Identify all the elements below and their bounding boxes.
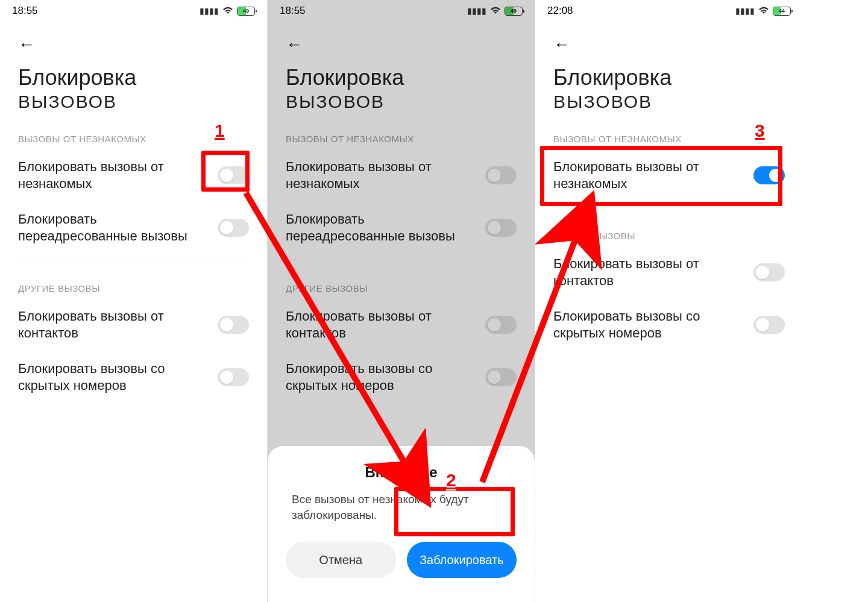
toggle-block-hidden[interactable] — [218, 368, 249, 386]
wifi-icon — [222, 6, 233, 16]
toggle-block-strangers[interactable] — [218, 166, 249, 184]
dialog-title: Внимание — [280, 464, 523, 481]
divider — [553, 207, 785, 208]
setting-block-contacts[interactable]: Блокировать вызовы от контактов — [0, 298, 267, 351]
battery-icon: 49 — [237, 7, 255, 16]
title-line2: вызовов — [553, 92, 785, 112]
confirm-button[interactable]: Заблокировать — [407, 542, 517, 578]
setting-block-strangers[interactable]: Блокировать вызовы от незнакомых — [535, 149, 803, 201]
page-title: Блокировка вызовов — [0, 54, 267, 117]
setting-label: Блокировать вызовы от контактов — [18, 308, 218, 341]
divider — [18, 260, 249, 260]
signal-icon: ▮▮▮▮ — [735, 6, 755, 16]
toggle-block-strangers[interactable] — [753, 166, 785, 184]
phone-screen-1: 18:55 ▮▮▮▮ 49 ← Блокировка вызовов ВЫЗОВ… — [0, 0, 268, 602]
section-header-strangers: ВЫЗОВЫ ОТ НЕЗНАКОМЫХ — [535, 117, 803, 149]
back-arrow-icon[interactable]: ← — [553, 35, 570, 54]
section-header-other: ДРУГИЕ ВЫЗОВЫ — [535, 214, 803, 246]
setting-label: Блокировать вызовы от контактов — [553, 256, 753, 289]
setting-block-forwarded[interactable]: Блокировать переадресованные вызовы — [0, 201, 267, 254]
toggle-block-hidden[interactable] — [753, 316, 785, 334]
signal-icon: ▮▮▮▮ — [200, 6, 219, 16]
setting-label: Блокировать вызовы со скрытых номеров — [553, 308, 753, 341]
setting-label: Блокировать вызовы от незнакомых — [18, 158, 218, 192]
back-arrow-icon[interactable]: ← — [18, 35, 35, 54]
dialog-message: Все вызовы от незнакомых будут заблокиро… — [280, 492, 523, 542]
toggle-block-contacts[interactable] — [218, 316, 249, 334]
status-time: 22:08 — [547, 5, 573, 17]
status-bar: 22:08 ▮▮▮▮ 44 — [535, 0, 803, 22]
battery-icon: 44 — [773, 7, 791, 16]
phone-screen-2: 18:55 ▮▮▮▮ 49 ← Блокировка вызовов ВЫЗОВ… — [268, 0, 535, 602]
section-header-strangers: ВЫЗОВЫ ОТ НЕЗНАКОМЫХ — [0, 117, 267, 149]
confirm-button-label: Заблокировать — [420, 553, 504, 567]
toggle-block-forwarded[interactable] — [218, 219, 249, 237]
cancel-button-label: Отмена — [319, 553, 362, 567]
confirmation-dialog: Внимание Все вызовы от незнакомых будут … — [268, 446, 535, 602]
setting-block-strangers[interactable]: Блокировать вызовы от незнакомых — [0, 149, 267, 201]
toggle-block-contacts[interactable] — [753, 263, 785, 281]
title-line2: вызовов — [18, 92, 249, 112]
setting-label: Блокировать вызовы со скрытых номеров — [18, 360, 218, 393]
setting-label: Блокировать переадресованные вызовы — [18, 211, 218, 244]
status-time: 18:55 — [12, 5, 38, 17]
setting-label: Блокировать вызовы от незнакомых — [553, 158, 753, 192]
phone-screen-3: 22:08 ▮▮▮▮ 44 ← Блокировка вызовов ВЫЗОВ… — [535, 0, 803, 602]
page-title: Блокировка вызовов — [535, 54, 803, 117]
title-line1: Блокировка — [18, 65, 249, 90]
section-header-other: ДРУГИЕ ВЫЗОВЫ — [0, 266, 267, 298]
cancel-button[interactable]: Отмена — [286, 542, 396, 578]
setting-block-hidden[interactable]: Блокировать вызовы со скрытых номеров — [535, 298, 803, 351]
setting-block-hidden[interactable]: Блокировать вызовы со скрытых номеров — [0, 351, 267, 403]
status-bar: 18:55 ▮▮▮▮ 49 — [0, 0, 267, 22]
setting-block-contacts[interactable]: Блокировать вызовы от контактов — [535, 246, 803, 298]
wifi-icon — [758, 6, 769, 16]
title-line1: Блокировка — [553, 65, 785, 90]
